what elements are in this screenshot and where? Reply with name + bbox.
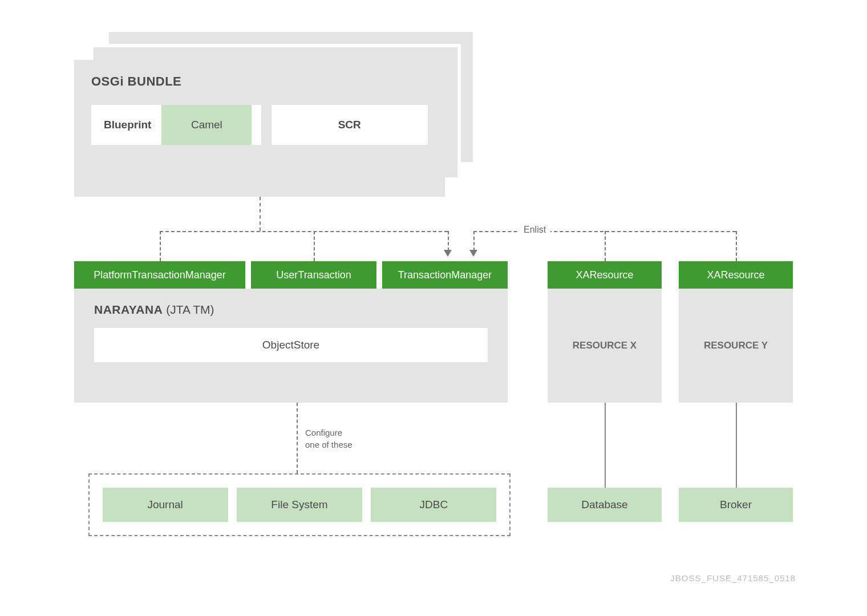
footer-id: JBOSS_FUSE_471585_0518 bbox=[670, 573, 796, 583]
database-box: Database bbox=[548, 488, 662, 522]
connector-osgi-down bbox=[260, 197, 261, 231]
osgi-title: OSGi BUNDLE bbox=[91, 74, 428, 89]
enlist-label: Enlist bbox=[519, 225, 550, 235]
narayana-rest: (JTA TM) bbox=[163, 303, 214, 316]
connector-resx-db bbox=[605, 403, 606, 488]
header-xa1: XAResource bbox=[548, 261, 662, 289]
scr-box: SCR bbox=[272, 105, 428, 145]
broker-box: Broker bbox=[679, 488, 793, 522]
osgi-row: Blueprint Camel SCR bbox=[91, 105, 428, 145]
diagram-container: OSGi BUNDLE Blueprint Camel SCR Enlist P… bbox=[74, 29, 796, 599]
blueprint-box: Blueprint Camel bbox=[91, 105, 261, 145]
objectstore-box: ObjectStore bbox=[94, 328, 488, 362]
store-journal: Journal bbox=[103, 488, 228, 522]
arrow-tm-b bbox=[469, 250, 477, 257]
configure-l1: Configure bbox=[305, 428, 342, 437]
blueprint-label: Blueprint bbox=[104, 119, 151, 131]
resource-x: RESOURCE X bbox=[548, 289, 662, 403]
arrow-tm-a bbox=[444, 250, 452, 257]
narayana-title: NARAYANA (JTA TM) bbox=[94, 303, 488, 317]
configure-l2: one of these bbox=[305, 440, 353, 449]
connector-v-tm-b bbox=[473, 231, 475, 251]
store-options-group: Journal File System JDBC bbox=[88, 473, 511, 536]
connector-v-tm-a bbox=[448, 231, 449, 251]
connector-resy-broker bbox=[736, 403, 737, 488]
narayana-bold: NARAYANA bbox=[94, 303, 163, 316]
header-tm: TransactionManager bbox=[382, 261, 508, 289]
connector-configure bbox=[297, 403, 298, 473]
connector-v-xa2 bbox=[736, 231, 737, 261]
osgi-bundle-box: OSGi BUNDLE Blueprint Camel SCR bbox=[74, 60, 445, 197]
connector-h1 bbox=[160, 231, 448, 232]
header-xa2: XAResource bbox=[679, 261, 793, 289]
header-ptm: PlatformTransactionManager bbox=[74, 261, 245, 289]
narayana-box: NARAYANA (JTA TM) ObjectStore bbox=[74, 289, 508, 403]
store-jdbc: JDBC bbox=[371, 488, 496, 522]
camel-box: Camel bbox=[161, 105, 252, 145]
configure-label: Configure one of these bbox=[305, 427, 353, 451]
header-ut: UserTransaction bbox=[251, 261, 376, 289]
resource-y: RESOURCE Y bbox=[679, 289, 793, 403]
connector-v-ptm bbox=[160, 231, 161, 261]
connector-v-xa1 bbox=[605, 231, 606, 261]
store-filesystem: File System bbox=[237, 488, 362, 522]
connector-v-ut bbox=[314, 231, 315, 261]
